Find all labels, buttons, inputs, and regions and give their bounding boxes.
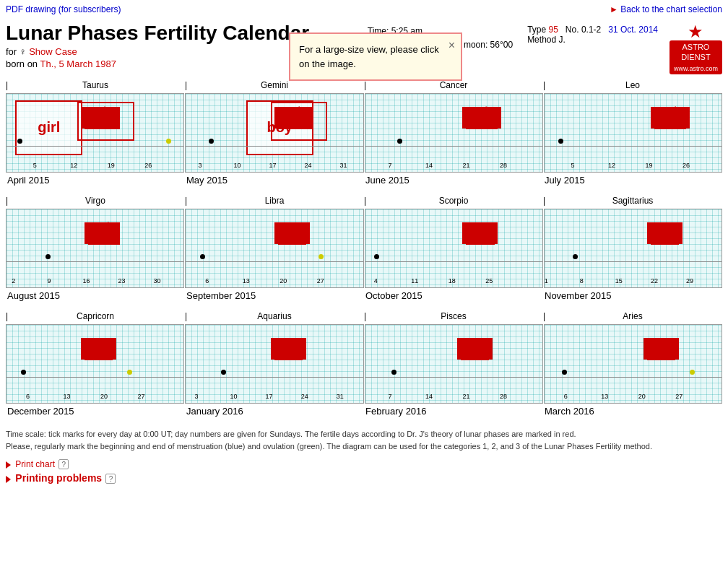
calendar-section: |Taurus |Gemini |Cancer |Leo ♀ girl 5 12… xyxy=(0,80,728,422)
month-label-nov: November 2015 xyxy=(543,290,722,301)
chart-january[interactable]: 3 10 17 24 31 xyxy=(185,324,363,404)
bottom-links: Print chart ? Printing problems ? xyxy=(0,455,728,491)
tooltip-close[interactable]: × xyxy=(448,37,455,54)
chart-september[interactable]: 6 13 20 27 xyxy=(185,209,363,288)
logo: ★ ASTRODIENSTwww.astro.com xyxy=(670,23,722,74)
chart-may[interactable]: ♂ boy 3 10 17 24 31 xyxy=(185,93,363,173)
chart-june[interactable]: ♀ 7 14 21 28 xyxy=(365,93,543,173)
month-label-feb: February 2016 xyxy=(364,406,543,417)
chart-march[interactable]: 6 13 20 27 xyxy=(544,324,722,404)
print-chart-help[interactable]: ? xyxy=(58,459,69,469)
chart-february[interactable]: 7 14 21 28 xyxy=(365,324,543,404)
month-label-dec: December 2015 xyxy=(6,406,185,417)
chart-august[interactable]: ♀ 2 9 16 23 30 xyxy=(6,209,184,288)
pdf-link[interactable]: PDF drawing (for subscribers) xyxy=(6,4,121,14)
back-link[interactable]: ► Back to the chart selection xyxy=(610,4,722,14)
chart-december[interactable]: 6 13 20 27 xyxy=(6,324,184,404)
month-label-mar: March 2016 xyxy=(543,406,722,417)
month-label-jan: January 2016 xyxy=(185,406,364,417)
print-chart-link[interactable]: Print chart xyxy=(15,459,55,469)
chart-row-3: 6 13 20 27 3 10 17 24 31 7 14 21 28 xyxy=(6,324,722,404)
type-info: Type 95 No. 0.1-2 31 Oct. 2014 Method J. xyxy=(527,25,658,45)
chart-april[interactable]: ♀ girl 5 12 19 26 xyxy=(6,93,184,173)
month-label-april: April 2015 xyxy=(6,175,185,186)
month-label-aug: August 2015 xyxy=(6,290,185,301)
chart-october[interactable]: 4 11 18 25 xyxy=(365,209,543,288)
month-label-july: July 2015 xyxy=(543,175,722,186)
tooltip: × For a large-size view, please click on… xyxy=(289,32,462,81)
footer-text: Time scale: tick marks for every day at … xyxy=(0,425,728,455)
show-case-link[interactable]: Show Case xyxy=(29,46,77,57)
month-label-sep: September 2015 xyxy=(185,290,364,301)
chart-july[interactable]: ♂ 5 12 19 26 xyxy=(544,93,722,173)
month-label-june: June 2015 xyxy=(364,175,543,186)
chart-row-1: ♀ girl 5 12 19 26 ♂ boy xyxy=(6,93,722,173)
month-label-may: May 2015 xyxy=(185,175,364,186)
month-label-oct: October 2015 xyxy=(364,290,543,301)
born-date-link[interactable]: Th., 5 March 1987 xyxy=(40,58,116,69)
chart-november[interactable]: 1 8 15 22 29 xyxy=(544,209,722,288)
chart-row-2: ♀ 2 9 16 23 30 6 13 20 27 4 11 18 xyxy=(6,209,722,288)
printing-problems-link[interactable]: Printing problems xyxy=(15,472,102,484)
printing-problems-help[interactable]: ? xyxy=(105,474,116,484)
